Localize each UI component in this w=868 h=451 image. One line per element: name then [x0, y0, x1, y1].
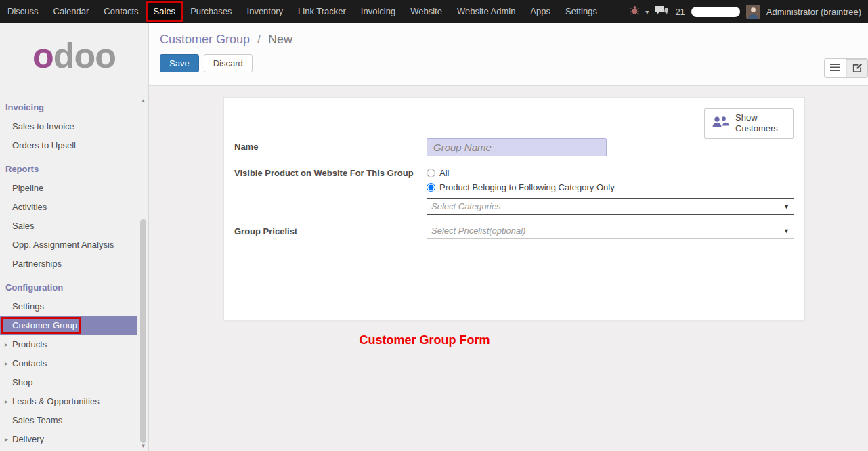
sidebar-item-leads-opportunities[interactable]: ▸ Leads & Opportunities	[0, 392, 137, 411]
sidebar-item-contacts-label: Contacts	[12, 358, 47, 368]
scroll-up-arrow-icon[interactable]: ▲	[141, 96, 146, 106]
user-avatar[interactable]	[746, 5, 760, 19]
save-button[interactable]: Save	[160, 54, 199, 72]
sidebar-scrollbar: ▲ ▼	[139, 96, 148, 451]
breadcrumb-separator: /	[257, 33, 261, 46]
dropdown-arrow-icon: ▼	[783, 199, 789, 215]
categories-select[interactable]: Select Categories ▼	[427, 198, 794, 215]
topbar-item-website-admin[interactable]: Website Admin	[450, 0, 523, 23]
content-area: Show Customers Name Visible Product on W…	[149, 86, 868, 451]
scrollbar-track[interactable]	[140, 106, 146, 442]
action-buttons: Save Discard	[160, 54, 868, 72]
page: Discuss Calendar Contacts Sales Purchase…	[0, 0, 868, 451]
topbar-item-settings[interactable]: Settings	[558, 0, 605, 23]
section-title-configuration: Configuration	[0, 278, 137, 297]
messages-icon[interactable]	[655, 5, 669, 18]
topbar-item-purchases[interactable]: Purchases	[183, 0, 239, 23]
control-panel: Customer Group / New Save Discard	[149, 23, 868, 86]
sidebar-section-reports: Reports Pipeline Activities Sales Opp. A…	[0, 159, 137, 274]
sidebar-item-partnerships[interactable]: Partnerships	[0, 255, 137, 274]
list-view-button[interactable]	[824, 58, 846, 78]
topbar-item-link-tracker[interactable]: Link Tracker	[290, 0, 353, 23]
form-view-button[interactable]	[846, 58, 868, 78]
expand-arrow-icon: ▸	[5, 335, 8, 354]
list-icon	[830, 63, 840, 74]
group-pricelist-field-label: Group Pricelist	[234, 223, 427, 236]
topbar-item-sales[interactable]: Sales	[146, 0, 183, 23]
sidebar-section-invoicing: Invoicing Sales to Invoice Orders to Ups…	[0, 98, 137, 155]
radio-option-all[interactable]: All	[427, 167, 794, 179]
section-title-invoicing: Invoicing	[0, 98, 137, 117]
pricelist-select[interactable]: Select Pricelist(optional) ▼	[427, 223, 794, 239]
sidebar: odoo Invoicing Sales to Invoice Orders t…	[0, 23, 149, 451]
main-area: Customer Group / New Save Discard	[149, 23, 868, 451]
form-grid: Name Visible Product on Website For This…	[234, 138, 794, 239]
customer-group-form-card: Show Customers Name Visible Product on W…	[223, 97, 805, 320]
radio-option-category[interactable]: Product Beloging to Following Category O…	[427, 181, 794, 193]
expand-arrow-icon: ▸	[5, 430, 8, 449]
sidebar-item-pipeline[interactable]: Pipeline	[0, 179, 137, 198]
name-field-cell	[427, 138, 794, 156]
topbar-item-website[interactable]: Website	[403, 0, 450, 23]
expand-arrow-icon: ▸	[5, 392, 8, 411]
scrollbar-thumb[interactable]	[140, 219, 146, 443]
topbar-item-calendar[interactable]: Calendar	[46, 0, 97, 23]
pricelist-select-placeholder: Select Pricelist(optional)	[431, 226, 525, 236]
view-switcher	[824, 58, 868, 78]
categories-select-placeholder: Select Categories	[431, 201, 501, 211]
sidebar-item-activities[interactable]: Activities	[0, 198, 137, 217]
sidebar-item-products[interactable]: ▸ Products	[0, 335, 137, 354]
radio-all-label: All	[439, 168, 449, 178]
sidebar-item-orders-to-upsell[interactable]: Orders to Upsell	[0, 136, 137, 155]
customers-group-icon	[711, 115, 729, 131]
radio-category-input[interactable]	[427, 183, 435, 192]
show-customers-label: Show Customers	[735, 112, 779, 135]
user-menu[interactable]: Administrator (braintree)	[766, 7, 861, 17]
sidebar-item-contacts[interactable]: ▸ Contacts	[0, 354, 137, 373]
sidebar-item-delivery[interactable]: ▸ Delivery	[0, 430, 137, 449]
topbar-item-sales-label: Sales	[154, 6, 176, 16]
breadcrumb-current: New	[268, 33, 292, 46]
sidebar-item-customer-group[interactable]: Customer Group	[0, 316, 137, 335]
radio-category-label: Product Beloging to Following Category O…	[439, 182, 615, 192]
topbar-item-apps[interactable]: Apps	[523, 0, 558, 23]
sidebar-item-sales-teams[interactable]: Sales Teams	[0, 411, 137, 430]
logo-text-accent: o	[32, 35, 53, 76]
show-customers-button[interactable]: Show Customers	[704, 108, 794, 139]
sidebar-item-delivery-label: Delivery	[12, 434, 44, 444]
section-title-reports: Reports	[0, 159, 137, 179]
topbar: Discuss Calendar Contacts Sales Purchase…	[0, 0, 868, 23]
visibility-radio-group: All Product Beloging to Following Catego…	[427, 165, 794, 193]
bug-icon[interactable]	[630, 5, 639, 18]
sidebar-item-leads-opportunities-label: Leads & Opportunities	[12, 396, 100, 406]
sidebar-section-configuration: Configuration Settings Customer Group ▸ …	[0, 278, 137, 449]
sidebar-item-sales-to-invoice[interactable]: Sales to Invoice	[0, 117, 137, 136]
messages-count: 21	[675, 7, 685, 17]
sidebar-item-shop[interactable]: Shop	[0, 373, 137, 392]
topbar-item-inventory[interactable]: Inventory	[240, 0, 290, 23]
discard-button[interactable]: Discard	[204, 54, 253, 72]
sidebar-item-settings[interactable]: Settings	[0, 297, 137, 316]
radio-all-input[interactable]	[427, 169, 435, 177]
sidebar-menu: Invoicing Sales to Invoice Orders to Ups…	[0, 98, 137, 449]
logo-text: doo	[53, 35, 116, 76]
annotation-caption: Customer Group Form	[359, 333, 490, 347]
chevron-down-icon[interactable]: ▾	[645, 8, 649, 16]
expand-arrow-icon: ▸	[5, 354, 8, 373]
dropdown-arrow-icon: ▼	[783, 223, 789, 239]
topbar-item-invoicing[interactable]: Invoicing	[353, 0, 403, 23]
edit-form-icon	[852, 62, 862, 74]
scroll-down-arrow-icon[interactable]: ▼	[141, 442, 146, 451]
sidebar-item-opp-assignment-analysis[interactable]: Opp. Assignment Analysis	[0, 236, 137, 255]
topbar-menu: Discuss Calendar Contacts Sales Purchase…	[0, 0, 605, 23]
status-pill[interactable]	[691, 7, 740, 17]
topbar-right: ▾ 21 Administrator (braintree)	[630, 0, 868, 23]
topbar-item-contacts[interactable]: Contacts	[96, 0, 146, 23]
group-name-input[interactable]	[427, 138, 607, 156]
breadcrumb: Customer Group / New	[149, 23, 868, 47]
sidebar-item-customer-group-label: Customer Group	[12, 320, 77, 330]
visible-product-field-label: Visible Product on Website For This Grou…	[234, 165, 427, 178]
sidebar-item-sales[interactable]: Sales	[0, 217, 137, 236]
topbar-item-discuss[interactable]: Discuss	[0, 0, 46, 23]
breadcrumb-customer-group-link[interactable]: Customer Group	[160, 33, 250, 46]
